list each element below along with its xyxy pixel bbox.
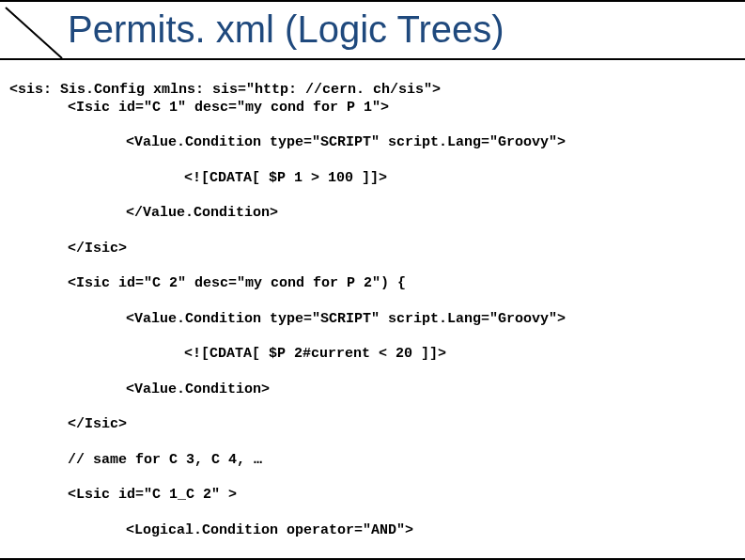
code-line: <Value.Condition type="SCRIPT" script.La… bbox=[9, 311, 737, 329]
code-line: <Logical.Condition operator="AND"> bbox=[9, 522, 737, 540]
title-accent-icon bbox=[0, 8, 68, 58]
code-block: <sis: Sis.Config xmlns: sis="http: //cer… bbox=[0, 60, 745, 560]
code-line: <![CDATA[ $P 2#current < 20 ]]> bbox=[9, 346, 737, 364]
code-line: // same for C 3, C 4, … bbox=[9, 452, 737, 470]
code-line: <Value.Condition> bbox=[9, 381, 737, 399]
code-line: <Lsic id="C 1_C 2" > bbox=[9, 487, 737, 505]
code-line: </Isic> bbox=[9, 241, 737, 258]
slide: Permits. xml (Logic Trees) <sis: Sis.Con… bbox=[0, 0, 745, 560]
code-line: </Value.Condition> bbox=[9, 205, 737, 223]
code-line: <![CDATA[ $P 1 > 100 ]]> bbox=[9, 170, 737, 188]
code-line: <Isic id="C 2" desc="my cond for P 2") { bbox=[9, 275, 737, 293]
code-line: <sis: Sis.Config xmlns: sis="http: //cer… bbox=[9, 82, 441, 98]
slide-title: Permits. xml (Logic Trees) bbox=[68, 8, 504, 49]
svg-line-0 bbox=[6, 8, 62, 58]
title-bar: Permits. xml (Logic Trees) bbox=[0, 2, 745, 60]
code-line: <Isic id="C 1" desc="my cond for P 1"> bbox=[9, 100, 737, 117]
code-line: <Value.Condition type="SCRIPT" script.La… bbox=[9, 134, 737, 152]
code-line: </Isic> bbox=[9, 416, 737, 434]
